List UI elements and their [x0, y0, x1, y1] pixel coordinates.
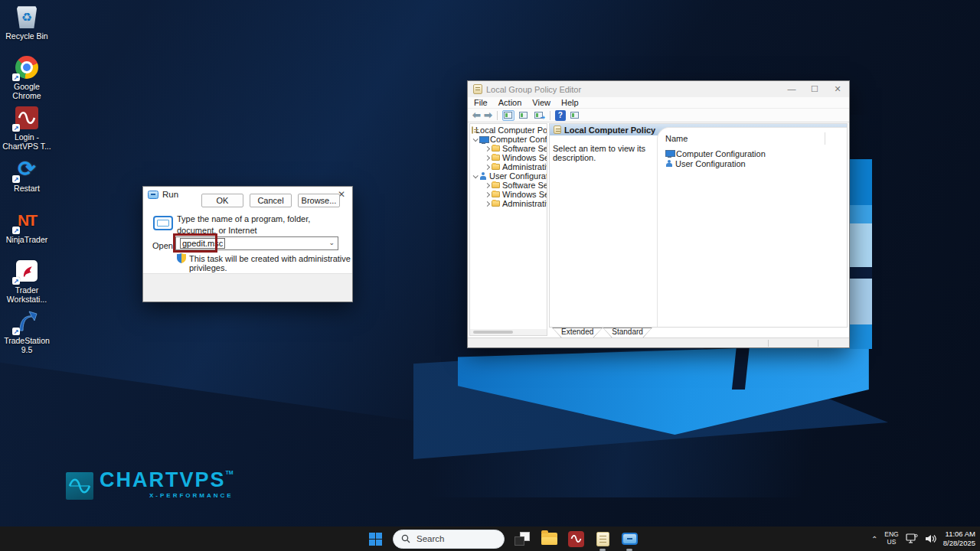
- chevron-right-icon[interactable]: [485, 191, 490, 197]
- taskbar-run-button[interactable]: [620, 530, 639, 548]
- window-icon[interactable]: [518, 110, 530, 121]
- export-list-icon[interactable]: ➜: [533, 110, 545, 121]
- tree-label: Software Settings: [502, 144, 547, 153]
- tree-node-administrative-templates[interactable]: Administrative Te: [470, 162, 547, 171]
- console-tree-toggle-icon[interactable]: [502, 110, 514, 121]
- ok-button[interactable]: OK: [201, 194, 243, 207]
- icon-label: Chrome: [0, 91, 54, 100]
- scrollbar-thumb[interactable]: [473, 331, 513, 334]
- console-root-icon: [472, 126, 473, 134]
- toolbar-separator: [497, 111, 498, 120]
- desktop-icon-google-chrome[interactable]: ↗ GoogleChrome: [0, 55, 54, 101]
- close-button[interactable]: ✕: [826, 81, 849, 97]
- cancel-button[interactable]: Cancel: [250, 194, 292, 207]
- menu-file[interactable]: File: [474, 98, 488, 107]
- back-icon[interactable]: ⬅: [472, 110, 481, 120]
- desktop-icon-login-chartvps[interactable]: ↗ Login -ChartVPS T...: [0, 106, 54, 152]
- chevron-right-icon[interactable]: [485, 182, 490, 187]
- network-icon[interactable]: [906, 533, 918, 544]
- desktop-icon-trader-workstation[interactable]: ↗ TraderWorkstati...: [0, 259, 54, 305]
- menu-help[interactable]: Help: [561, 98, 579, 107]
- chevron-down-icon[interactable]: ⌄: [328, 239, 335, 246]
- taskbar: Search ⌃: [0, 527, 980, 551]
- minimize-button[interactable]: —: [780, 81, 803, 97]
- user-configuration-icon: [479, 172, 487, 180]
- tab-extended[interactable]: Extended: [552, 328, 603, 337]
- icon-label: Google: [0, 82, 54, 91]
- menu-view[interactable]: View: [532, 98, 550, 107]
- run-dialog-icon: [153, 216, 173, 230]
- column-divider[interactable]: [825, 132, 825, 145]
- clock[interactable]: 11:06 AM 8/28/2025: [943, 530, 975, 548]
- shortcut-arrow-icon: ↗: [12, 124, 20, 132]
- tab-standard[interactable]: Standard: [603, 328, 652, 337]
- tree-node-computer-configuration[interactable]: Computer Configura: [470, 135, 547, 144]
- icon-label: Restart: [0, 184, 54, 193]
- gpedit-app-icon: [473, 84, 482, 94]
- help-icon[interactable]: ?: [555, 110, 566, 121]
- start-button[interactable]: [366, 530, 384, 548]
- list-item-label: Computer Configuration: [676, 149, 766, 158]
- tree-node-software-settings[interactable]: Software Settings: [470, 181, 547, 190]
- chevron-right-icon[interactable]: [485, 201, 490, 206]
- tree-node-windows-settings[interactable]: Windows Setting: [470, 190, 547, 199]
- shortcut-arrow-icon: ↗: [12, 175, 20, 183]
- chevron-right-icon[interactable]: [485, 145, 490, 151]
- chartvps-logo-icon: [66, 472, 93, 500]
- language-indicator[interactable]: ENG US: [884, 531, 898, 546]
- tree-root-local-computer-policy[interactable]: Local Computer Policy: [470, 126, 547, 135]
- taskbar-gpedit-button[interactable]: [593, 530, 612, 548]
- tree-node-software-settings[interactable]: Software Settings: [470, 144, 547, 153]
- tree-node-administrative-templates[interactable]: Administrative Te: [470, 199, 547, 208]
- list-item-user-configuration[interactable]: User Configuration: [665, 158, 847, 168]
- chevron-down-icon[interactable]: [473, 136, 479, 142]
- tree-node-windows-settings[interactable]: Windows Setting: [470, 153, 547, 162]
- list-item-computer-configuration[interactable]: Computer Configuration: [665, 148, 847, 158]
- tree-label: Local Computer Policy: [475, 126, 547, 135]
- forward-icon[interactable]: ➡: [484, 110, 492, 120]
- maximize-button[interactable]: ☐: [803, 81, 826, 97]
- tree-label: Windows Setting: [502, 153, 547, 162]
- desktop-icon-ninjatrader[interactable]: NT↗ NinjaTrader: [0, 208, 54, 244]
- icon-label: ChartVPS T...: [0, 142, 54, 151]
- gpedit-window-title: Local Group Policy Editor: [486, 85, 581, 94]
- windows-logo-icon: [369, 533, 382, 546]
- statusbar-divider: [818, 340, 818, 347]
- results-list-panel: Name Computer Configuration User Configu…: [657, 127, 847, 327]
- chevron-right-icon[interactable]: [485, 155, 490, 160]
- chevron-down-icon[interactable]: [473, 173, 479, 178]
- icon-label: NinjaTrader: [0, 235, 54, 244]
- recycle-bin-icon: ♻: [17, 5, 37, 28]
- taskbar-file-explorer-button[interactable]: [540, 530, 558, 548]
- gpedit-console-tree: Local Computer Policy Computer Configura…: [469, 123, 547, 336]
- volume-icon[interactable]: [925, 533, 936, 544]
- browse-button[interactable]: Browse...: [298, 194, 340, 207]
- tray-overflow-chevron[interactable]: ⌃: [871, 535, 877, 543]
- tree-horizontal-scrollbar[interactable]: [470, 329, 547, 335]
- gpedit-toolbar: ⬅ ➡ ➜ ?: [468, 109, 849, 122]
- watermark-subtitle: X-PERFORMANCE: [100, 492, 234, 499]
- menu-action[interactable]: Action: [498, 98, 522, 107]
- taskbar-desktops-button[interactable]: [513, 530, 531, 548]
- open-label: Open:: [152, 241, 175, 250]
- desktop-icon-tradestation[interactable]: ↗ TradeStation9.5: [0, 309, 54, 355]
- tray-date: 8/28/2025: [943, 539, 975, 548]
- tree-label: User Configuration: [489, 171, 547, 181]
- action-pane-toggle-icon[interactable]: [569, 110, 581, 121]
- run-dialog: Run ✕ Type the name of a program, folder…: [142, 186, 353, 302]
- icon-label: Login -: [0, 132, 54, 142]
- desktop-icon-recycle-bin[interactable]: ♻ Recycle Bin: [0, 5, 54, 41]
- search-box[interactable]: Search: [393, 530, 505, 549]
- column-header-name[interactable]: Name: [665, 134, 847, 143]
- desktop-icon-restart[interactable]: ⟳↗ Restart: [0, 157, 54, 193]
- run-app-icon: [148, 191, 158, 199]
- desktop: ♻ Recycle Bin ↗ GoogleChrome ↗ Login -Ch…: [0, 0, 980, 551]
- chevron-right-icon[interactable]: [485, 164, 490, 169]
- tree-label: Administrative Te: [502, 199, 547, 208]
- icon-label: Recycle Bin: [0, 31, 54, 41]
- results-description: Select an item to view its description.: [553, 144, 657, 162]
- results-header-title: Local Computer Policy: [564, 126, 655, 135]
- taskbar-chartvps-button[interactable]: [567, 530, 585, 548]
- search-icon: [401, 534, 410, 543]
- tree-node-user-configuration[interactable]: User Configuration: [470, 171, 547, 181]
